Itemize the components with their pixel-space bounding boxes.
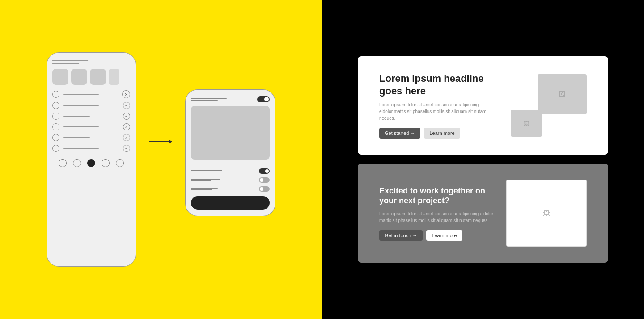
right-panel: Lorem ipsum headline goes here Lorem ips… <box>322 0 644 319</box>
check-icon-6: ✓ <box>123 145 130 152</box>
setting-lines-3 <box>191 188 218 190</box>
header-line-1 <box>52 60 88 61</box>
card2-buttons: Get in touch → Learn more <box>379 230 496 241</box>
phone2-top <box>185 89 275 164</box>
s-line-3a <box>191 188 218 189</box>
list-item-1-left <box>52 91 99 98</box>
setting-lines-1 <box>191 170 222 172</box>
toggle-on-1[interactable] <box>259 168 270 174</box>
nav-dot-5 <box>116 159 124 167</box>
card2-secondary-btn[interactable]: Learn more <box>426 230 462 241</box>
phone2-settings <box>191 168 270 192</box>
arrow-line <box>149 141 172 142</box>
list-item-2-left <box>52 102 99 109</box>
card2-text: Excited to work together on your next pr… <box>379 186 496 241</box>
nav-dot-2 <box>73 159 81 167</box>
toggle-knob-on-1 <box>265 169 269 173</box>
list-circle-4 <box>52 123 59 130</box>
list-item-6-left <box>52 145 99 152</box>
list-item-3-left <box>52 113 90 120</box>
s-line-2b <box>191 180 211 181</box>
phone1-header <box>52 60 130 64</box>
card-1: Lorem ipsum headline goes here Lorem ips… <box>358 56 608 155</box>
s-line-3b <box>191 189 212 190</box>
list-circle-1 <box>52 91 59 98</box>
phone2-line-1 <box>191 98 227 99</box>
card2-body: Lorem ipsum dolor sit amet consectetur a… <box>379 210 496 224</box>
list-item-6: ✓ <box>52 145 130 152</box>
s-line-1a <box>191 170 222 171</box>
item-line-1 <box>63 94 99 95</box>
toggle-knob <box>264 97 269 101</box>
check-icon-5: ✓ <box>123 134 130 141</box>
phone-mockup-2-group <box>185 89 275 216</box>
item-line-5 <box>63 137 90 138</box>
check-icon-2: ✓ <box>123 102 130 109</box>
card1-headline: Lorem ipsum headline goes here <box>379 72 488 97</box>
icon-box-4 <box>109 69 119 85</box>
card1-primary-btn[interactable]: Get started → <box>379 128 420 139</box>
list-circle-6 <box>52 145 59 152</box>
card1-img-block-1: 🖼 <box>538 74 587 114</box>
header-line-2 <box>52 63 79 64</box>
arrow-head <box>169 139 172 144</box>
card2-headline: Excited to work together on your next pr… <box>379 186 496 206</box>
card1-body: Lorem ipsum dolor sit amet consectetur a… <box>379 101 488 122</box>
card1-text: Lorem ipsum headline goes here Lorem ips… <box>379 72 488 139</box>
phone2-bottom <box>185 164 275 216</box>
image-placeholder-icon-1: 🖼 <box>559 90 566 98</box>
list-circle-3 <box>52 113 59 120</box>
phone2-toggle[interactable] <box>257 96 270 102</box>
toggle-knob-off-2 <box>260 178 263 182</box>
image-placeholder-icon-2: 🖼 <box>524 120 529 126</box>
setting-row-3 <box>191 186 270 192</box>
check-icon-3: ✓ <box>123 113 130 120</box>
phone1-list: ✕ ✓ ✓ <box>52 90 130 152</box>
card1-image-area: 🖼 🖼 <box>497 74 587 137</box>
nav-dot-4 <box>102 159 110 167</box>
card1-img-block-2: 🖼 <box>511 110 542 137</box>
toggle-knob-off-3 <box>260 187 263 191</box>
cta-button-bar[interactable] <box>191 196 270 210</box>
toggle-off-2[interactable] <box>259 177 270 183</box>
setting-row-2 <box>191 177 270 183</box>
phone2-header-lines <box>191 98 227 101</box>
phone1-nav-dots <box>52 159 130 167</box>
item-line-4 <box>63 126 99 127</box>
left-panel: ✕ ✓ ✓ <box>0 0 322 319</box>
card2-primary-btn[interactable]: Get in touch → <box>379 230 423 241</box>
icon-box-2 <box>71 69 87 85</box>
item-line-2 <box>63 105 99 106</box>
list-item-5: ✓ <box>52 134 130 141</box>
card1-buttons: Get started → Learn more <box>379 128 488 139</box>
card2-image-area: 🖼 <box>506 180 587 247</box>
card1-secondary-btn[interactable]: Learn more <box>424 128 460 139</box>
list-item-2: ✓ <box>52 102 130 109</box>
nav-dot-1 <box>59 159 67 167</box>
arrow-connector <box>149 141 172 142</box>
list-item-3: ✓ <box>52 113 130 120</box>
item-line-3 <box>63 116 90 117</box>
list-circle-2 <box>52 102 59 109</box>
phone2-top-header <box>191 96 270 102</box>
list-circle-5 <box>52 134 59 141</box>
list-item-1: ✕ <box>52 90 130 98</box>
setting-row-1 <box>191 168 270 174</box>
list-item-4: ✓ <box>52 123 130 130</box>
x-icon-1: ✕ <box>122 90 130 98</box>
setting-lines-2 <box>191 179 220 181</box>
phone-mockup-1: ✕ ✓ ✓ <box>47 52 136 267</box>
icon-box-3 <box>90 69 106 85</box>
card-2: Excited to work together on your next pr… <box>358 164 608 263</box>
image-placeholder-icon-3: 🖼 <box>543 209 550 217</box>
s-line-2a <box>191 179 220 180</box>
phone2-line-2 <box>191 100 218 101</box>
phone1-icon-row <box>52 69 130 85</box>
card2-img-block: 🖼 <box>506 180 587 247</box>
toggle-off-3[interactable] <box>259 186 270 192</box>
list-item-4-left <box>52 123 99 130</box>
list-item-5-left <box>52 134 90 141</box>
check-icon-4: ✓ <box>123 123 130 130</box>
s-line-1b <box>191 172 213 172</box>
phone2-image <box>191 106 270 160</box>
